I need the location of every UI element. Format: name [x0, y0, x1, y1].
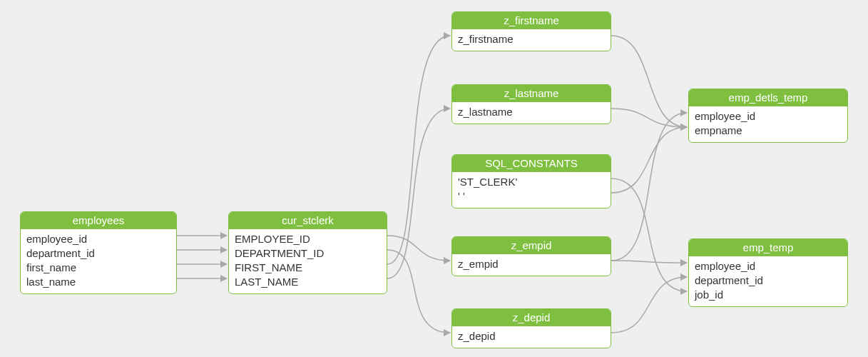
- edge: [387, 36, 450, 264]
- edge: [611, 277, 687, 333]
- field: job_id: [695, 288, 842, 302]
- node-title: z_empid: [452, 237, 611, 254]
- field: empname: [695, 124, 842, 138]
- node-title: z_lastname: [452, 85, 611, 102]
- node-title: z_depid: [452, 309, 611, 326]
- field: employee_id: [26, 232, 170, 246]
- node-sql-constants[interactable]: SQL_CONSTANTS 'ST_CLERK' ' ': [451, 154, 611, 208]
- field: DEPARTMENT_ID: [235, 246, 381, 261]
- field: employee_id: [695, 259, 842, 273]
- field: employee_id: [695, 109, 842, 124]
- edge: [387, 109, 450, 278]
- node-title: z_firstname: [452, 12, 611, 29]
- node-z-firstname[interactable]: z_firstname z_firstname: [451, 11, 611, 51]
- node-title: employees: [21, 212, 176, 229]
- field: FIRST_NAME: [235, 261, 381, 275]
- field: z_depid: [458, 329, 605, 343]
- field: 'ST_CLERK': [458, 175, 605, 189]
- edge: [387, 236, 450, 261]
- field: EMPLOYEE_ID: [235, 232, 381, 246]
- node-z-lastname[interactable]: z_lastname z_lastname: [451, 84, 611, 124]
- node-z-empid[interactable]: z_empid z_empid: [451, 236, 611, 276]
- field: department_id: [695, 273, 842, 288]
- node-title: emp_detls_temp: [689, 89, 847, 106]
- field: first_name: [26, 261, 170, 275]
- field: last_name: [26, 275, 170, 289]
- node-title: cur_stclerk: [229, 212, 387, 229]
- edge: [611, 113, 687, 261]
- field: z_firstname: [458, 32, 605, 46]
- node-title: SQL_CONSTANTS: [452, 155, 611, 172]
- node-title: emp_temp: [689, 239, 847, 256]
- edge: [611, 178, 687, 291]
- field: ' ': [458, 189, 605, 203]
- field: z_lastname: [458, 105, 605, 119]
- node-cur-stclerk[interactable]: cur_stclerk EMPLOYEE_ID DEPARTMENT_ID FI…: [228, 211, 387, 294]
- edge: [387, 250, 450, 333]
- node-emp-temp[interactable]: emp_temp employee_id department_id job_i…: [688, 238, 848, 307]
- field: department_id: [26, 246, 170, 261]
- diagram-canvas: employees employee_id department_id firs…: [0, 0, 868, 357]
- edge: [611, 127, 687, 193]
- node-z-depid[interactable]: z_depid z_depid: [451, 308, 611, 348]
- edge: [611, 36, 687, 127]
- field: z_empid: [458, 257, 605, 271]
- edge: [611, 109, 687, 127]
- edge: [611, 261, 687, 263]
- node-emp-detls-temp[interactable]: emp_detls_temp employee_id empname: [688, 89, 848, 143]
- node-employees[interactable]: employees employee_id department_id firs…: [20, 211, 177, 294]
- field: LAST_NAME: [235, 275, 381, 289]
